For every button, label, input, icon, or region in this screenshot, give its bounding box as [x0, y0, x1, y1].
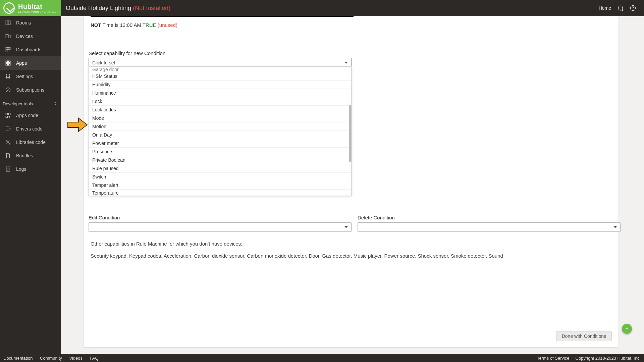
content-card: NOT Time is 12:00 AM TRUE (unused) Selec… [84, 16, 618, 347]
svg-point-19 [9, 75, 10, 76]
footer-right: Terms of Service Copyright 2018-2023 Hub… [537, 356, 641, 361]
sidebar-item-label: Logs [16, 166, 26, 172]
page-title-text: Outside Holiday Lighting [66, 5, 131, 11]
options-scrollbar[interactable] [349, 105, 352, 162]
svg-rect-9 [6, 61, 7, 62]
sidebar-item-subscriptions[interactable]: Subscriptions [0, 83, 61, 97]
capability-option[interactable]: Lock [89, 97, 351, 106]
edit-condition-label: Edit Condition [89, 215, 352, 220]
other-capabilities-list: Security keypad, Keypad codes, Accelerat… [91, 253, 503, 259]
footer-link-documentation[interactable]: Documentation [3, 356, 33, 361]
capability-option[interactable]: Rule paused [89, 164, 351, 173]
rooms-icon [5, 19, 11, 26]
chevron-down-icon [344, 62, 348, 64]
dev-tools-header[interactable]: Developer tools [0, 99, 61, 109]
chevron-down-icon [344, 226, 348, 228]
footer-tos[interactable]: Terms of Service [537, 356, 570, 361]
svg-rect-10 [9, 61, 10, 62]
top-bar: Hubitat ELEVATE YOUR ENVIRONMENT Outside… [0, 0, 644, 16]
capability-option[interactable]: Lock codes [89, 106, 351, 114]
capability-option[interactable]: Humidity [89, 81, 351, 89]
svg-rect-28 [6, 127, 9, 131]
scroll-top-button[interactable] [622, 324, 632, 334]
subscriptions-icon [5, 87, 11, 93]
footer-link-videos[interactable]: Videos [69, 356, 83, 361]
capability-option[interactable]: HSM Status [89, 72, 351, 81]
svg-rect-2 [6, 21, 8, 25]
sidebar-item-apps[interactable]: Apps [0, 56, 61, 70]
help-icon[interactable] [629, 4, 637, 12]
svg-rect-24 [9, 113, 10, 115]
svg-rect-8 [6, 50, 8, 52]
footer-link-faq[interactable]: FAQ [90, 356, 99, 361]
delete-condition-label: Delete Condition [358, 215, 621, 220]
sidebar-item-rooms[interactable]: Rooms [0, 16, 61, 30]
sidebar-item-logs[interactable]: Logs [0, 162, 61, 176]
capability-option[interactable]: Temperature [89, 190, 351, 196]
brand-name: Hubitat [18, 3, 60, 11]
sidebar-item-label: Dashboards [16, 47, 42, 52]
dev-tools-label: Developer tools [3, 101, 33, 106]
footer-link-community[interactable]: Community [40, 356, 62, 361]
home-link[interactable]: Home [599, 5, 611, 11]
capability-option[interactable]: Presence [89, 148, 351, 156]
chevron-down-icon [613, 226, 617, 228]
libraries-code-icon [5, 139, 11, 146]
capability-option[interactable]: Private Boolean [89, 156, 351, 164]
chat-icon[interactable] [616, 4, 624, 12]
sidebar: Rooms Devices Dashboards Apps Settings S… [0, 16, 61, 354]
logo-icon [3, 2, 15, 14]
condition-unused: (unused) [158, 22, 177, 28]
condition-not: NOT [91, 22, 101, 28]
capability-option[interactable]: On a Day [89, 131, 351, 139]
sidebar-item-drivers-code[interactable]: Drivers code [0, 122, 61, 136]
svg-point-13 [6, 75, 7, 76]
delete-condition-dropdown[interactable] [358, 222, 621, 232]
footer-bar: Documentation Community Videos FAQ Terms… [0, 354, 644, 362]
capability-option[interactable]: Garage door [89, 67, 351, 72]
sidebar-item-label: Apps [16, 60, 27, 66]
condition-summary: NOT Time is 12:00 AM TRUE (unused) [91, 22, 177, 28]
sidebar-item-label: Rooms [16, 20, 31, 25]
sidebar-item-label: Settings [16, 74, 33, 79]
collapse-icon [54, 101, 58, 106]
logo-text: Hubitat ELEVATE YOUR ENVIRONMENT [18, 3, 60, 13]
apps-icon [5, 60, 11, 66]
sidebar-item-dashboards[interactable]: Dashboards [0, 43, 61, 56]
sidebar-item-label: Drivers code [16, 126, 43, 132]
dashboards-icon [5, 46, 11, 53]
sidebar-item-bundles[interactable]: Bundles [0, 149, 61, 162]
apps-code-icon [5, 112, 11, 119]
done-button-label: Done with Conditions [562, 333, 606, 339]
svg-point-22 [6, 88, 10, 92]
capability-option[interactable]: Power meter [89, 139, 351, 148]
edit-condition-block: Edit Condition [89, 215, 352, 232]
bundles-icon [5, 152, 11, 159]
delete-condition-block: Delete Condition [358, 215, 621, 232]
arrow-right-icon [67, 117, 88, 132]
svg-rect-12 [9, 64, 10, 65]
capability-option[interactable]: Tamper alert [89, 181, 351, 190]
logs-icon [5, 166, 11, 172]
main-area: NOT Time is 12:00 AM TRUE (unused) Selec… [61, 16, 644, 354]
sidebar-item-libraries-code[interactable]: Libraries code [0, 136, 61, 149]
done-with-conditions-button[interactable]: Done with Conditions [556, 331, 612, 341]
sidebar-item-label: Bundles [16, 153, 33, 158]
sidebar-item-apps-code[interactable]: Apps code [0, 109, 61, 122]
footer-links: Documentation Community Videos FAQ [3, 356, 105, 361]
capability-option[interactable]: Mode [89, 114, 351, 122]
edit-condition-dropdown[interactable] [89, 222, 352, 232]
sidebar-item-settings[interactable]: Settings [0, 70, 61, 83]
capability-option[interactable]: Switch [89, 173, 351, 181]
brand-tagline: ELEVATE YOUR ENVIRONMENT [18, 11, 60, 13]
capability-option[interactable]: Illuminance [89, 89, 351, 97]
capability-options-list: Garage door HSM Status Humidity Illumina… [89, 66, 352, 196]
svg-point-1 [633, 9, 633, 10]
footer-copyright: Copyright 2018-2023 Hubitat, Inc. [576, 356, 641, 361]
devices-icon [5, 33, 11, 40]
brand-logo[interactable]: Hubitat ELEVATE YOUR ENVIRONMENT [0, 0, 61, 16]
capability-option[interactable]: Motion [89, 122, 351, 131]
sidebar-item-devices[interactable]: Devices [0, 30, 61, 43]
svg-rect-25 [6, 116, 7, 118]
svg-point-16 [8, 77, 9, 78]
